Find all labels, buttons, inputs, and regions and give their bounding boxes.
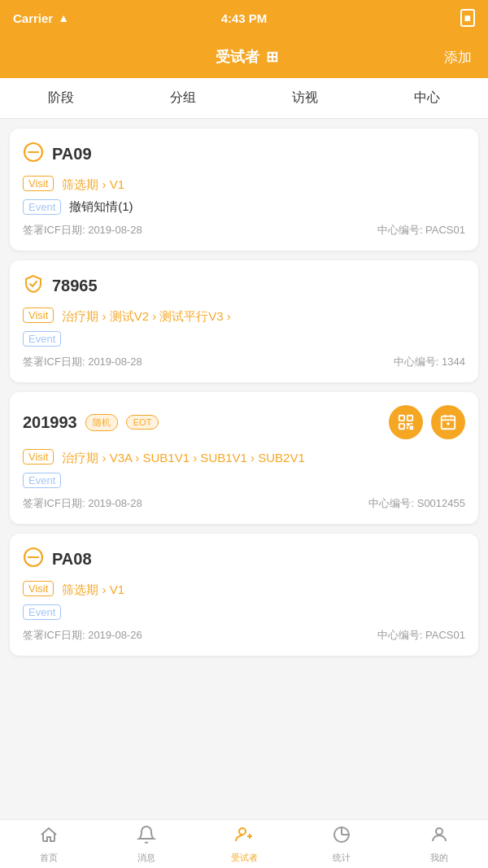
svg-point-16 bbox=[436, 828, 442, 835]
card-footer-0: 签署ICF日期: 2019-08-28中心编号: PACS01 bbox=[23, 223, 465, 238]
filter-tabs: 阶段分组访视中心 bbox=[0, 78, 488, 119]
event-label-0: Event bbox=[23, 199, 61, 215]
event-row-3: Event bbox=[23, 604, 465, 620]
badge-2-0: 随机 bbox=[85, 414, 118, 431]
nav-item-我的[interactable]: 我的 bbox=[390, 825, 488, 864]
nav-icon-首页 bbox=[39, 825, 59, 849]
patient-id-1: 78965 bbox=[52, 277, 98, 295]
event-row-2: Event bbox=[23, 473, 465, 488]
center-code-1: 中心编号: 1344 bbox=[394, 355, 465, 369]
app-header: 受试者 ⊞ 添加 bbox=[0, 36, 488, 78]
card-footer-1: 签署ICF日期: 2019-08-28中心编号: 1344 bbox=[23, 355, 465, 369]
nav-item-统计[interactable]: 统计 bbox=[293, 825, 390, 864]
patient-id-0: PA09 bbox=[52, 145, 92, 164]
patient-card-0[interactable]: PA09Visit筛选期 › V1Event撤销知情(1)签署ICF日期: 20… bbox=[10, 129, 478, 251]
svg-point-9 bbox=[447, 422, 450, 425]
visit-row-1: Visit治疗期 › 测试V2 › 测试平行V3 › bbox=[23, 308, 465, 325]
filter-tab-3[interactable]: 中心 bbox=[366, 78, 488, 118]
center-code-2: 中心编号: S0012455 bbox=[368, 496, 465, 511]
nav-icon-受试者 bbox=[234, 825, 254, 849]
header-title-text: 受试者 bbox=[216, 47, 259, 67]
visit-label-0: Visit bbox=[23, 176, 54, 191]
svg-rect-4 bbox=[399, 424, 404, 429]
visit-row-2: Visit治疗期 › V3A › SUB1V1 › SUB1V1 › SUB2V… bbox=[23, 449, 465, 466]
visit-row-0: Visit筛选期 › V1 bbox=[23, 176, 465, 193]
event-text-0: 撤销知情(1) bbox=[69, 199, 133, 215]
event-row-1: Event bbox=[23, 331, 465, 347]
patient-status-icon-0 bbox=[23, 142, 44, 166]
icf-date-0: 签署ICF日期: 2019-08-28 bbox=[23, 223, 142, 238]
filter-tab-0[interactable]: 阶段 bbox=[0, 78, 122, 118]
event-label-2: Event bbox=[23, 473, 61, 488]
visit-path-2: 治疗期 › V3A › SUB1V1 › SUB1V1 › SUB2V1 bbox=[62, 449, 465, 466]
card-header-1: 78965 bbox=[23, 273, 465, 298]
nav-label-统计: 统计 bbox=[333, 852, 351, 864]
nav-icon-我的 bbox=[429, 825, 449, 849]
center-code-3: 中心编号: PACS01 bbox=[377, 628, 465, 643]
card-footer-2: 签署ICF日期: 2019-08-28中心编号: S0012455 bbox=[23, 496, 465, 511]
event-label-3: Event bbox=[23, 604, 61, 620]
svg-rect-3 bbox=[407, 416, 412, 421]
nav-item-消息[interactable]: 消息 bbox=[98, 825, 195, 864]
header-title: 受试者 ⊞ bbox=[216, 47, 278, 67]
visit-label-3: Visit bbox=[23, 581, 54, 596]
nav-icon-统计 bbox=[332, 825, 351, 849]
nav-label-我的: 我的 bbox=[430, 852, 448, 864]
status-bar-left: Carrier ▲ bbox=[13, 11, 69, 25]
event-label-1: Event bbox=[23, 331, 61, 347]
patient-card-3[interactable]: PA08Visit筛选期 › V1Event签署ICF日期: 2019-08-2… bbox=[10, 534, 478, 656]
patient-card-2[interactable]: 201993随机EOT Visit治疗期 › V3A › SUB1V1 › SU… bbox=[10, 392, 478, 524]
nav-icon-消息 bbox=[137, 825, 156, 849]
card-footer-3: 签署ICF日期: 2019-08-26中心编号: PACS01 bbox=[23, 628, 465, 643]
patient-status-icon-1 bbox=[23, 273, 44, 298]
svg-rect-2 bbox=[399, 416, 404, 421]
visit-path-1: 治疗期 › 测试V2 › 测试平行V3 › bbox=[62, 308, 465, 325]
visit-row-3: Visit筛选期 › V1 bbox=[23, 581, 465, 598]
action-scan-btn-2[interactable] bbox=[389, 405, 423, 439]
nav-label-受试者: 受试者 bbox=[231, 852, 258, 864]
event-row-0: Event撤销知情(1) bbox=[23, 199, 465, 215]
status-bar-time: 4:43 PM bbox=[221, 11, 268, 25]
svg-point-12 bbox=[239, 828, 246, 835]
icf-date-1: 签署ICF日期: 2019-08-28 bbox=[23, 355, 142, 369]
patient-id-3: PA08 bbox=[52, 550, 92, 569]
battery-icon: ■ bbox=[460, 9, 475, 27]
wifi-icon: ▲ bbox=[58, 11, 69, 24]
action-calendar-btn-2[interactable] bbox=[431, 405, 465, 439]
nav-label-首页: 首页 bbox=[40, 852, 58, 864]
patient-id-2: 201993 bbox=[23, 413, 77, 432]
patient-card-1[interactable]: 78965Visit治疗期 › 测试V2 › 测试平行V3 ›Event签署IC… bbox=[10, 260, 478, 382]
center-code-0: 中心编号: PACS01 bbox=[377, 223, 465, 238]
card-actions-2 bbox=[389, 405, 465, 439]
patient-status-icon-3 bbox=[23, 547, 44, 571]
status-bar: Carrier ▲ 4:43 PM ■ bbox=[0, 0, 488, 36]
visit-path-0: 筛选期 › V1 bbox=[62, 176, 465, 193]
bottom-navigation: 首页消息受试者统计我的 bbox=[0, 819, 488, 868]
filter-tab-2[interactable]: 访视 bbox=[244, 78, 366, 118]
card-header-0: PA09 bbox=[23, 142, 465, 166]
header-icon: ⊞ bbox=[266, 48, 278, 66]
add-button[interactable]: 添加 bbox=[444, 48, 472, 67]
visit-path-3: 筛选期 › V1 bbox=[62, 581, 465, 598]
card-header-3: PA08 bbox=[23, 547, 465, 571]
icf-date-2: 签署ICF日期: 2019-08-28 bbox=[23, 496, 142, 511]
carrier-label: Carrier bbox=[13, 11, 53, 25]
visit-label-2: Visit bbox=[23, 449, 54, 465]
filter-tab-1[interactable]: 分组 bbox=[122, 78, 244, 118]
nav-item-首页[interactable]: 首页 bbox=[0, 825, 98, 864]
visit-label-1: Visit bbox=[23, 308, 54, 323]
card-header-2: 201993随机EOT bbox=[23, 405, 465, 439]
patient-list: PA09Visit筛选期 › V1Event撤销知情(1)签署ICF日期: 20… bbox=[0, 119, 488, 665]
badge-2-1: EOT bbox=[126, 415, 159, 430]
nav-item-受试者[interactable]: 受试者 bbox=[195, 825, 293, 864]
nav-label-消息: 消息 bbox=[137, 852, 155, 864]
icf-date-3: 签署ICF日期: 2019-08-26 bbox=[23, 628, 142, 643]
